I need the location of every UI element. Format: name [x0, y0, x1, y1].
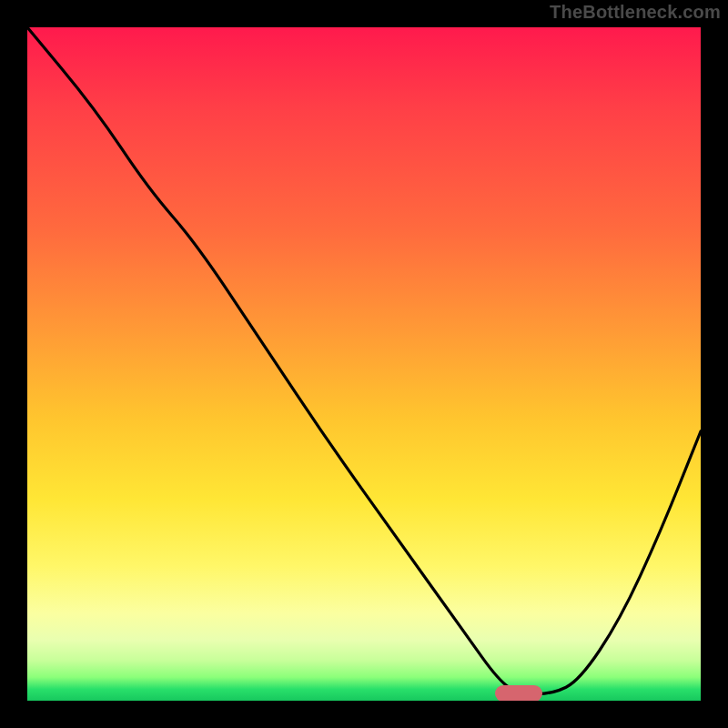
optimum-marker	[495, 685, 542, 701]
watermark-text: TheBottleneck.com	[550, 2, 721, 23]
curve-layer	[27, 27, 701, 701]
plot-area	[27, 27, 701, 701]
bottleneck-curve	[27, 27, 701, 694]
chart-frame: TheBottleneck.com	[0, 0, 728, 728]
